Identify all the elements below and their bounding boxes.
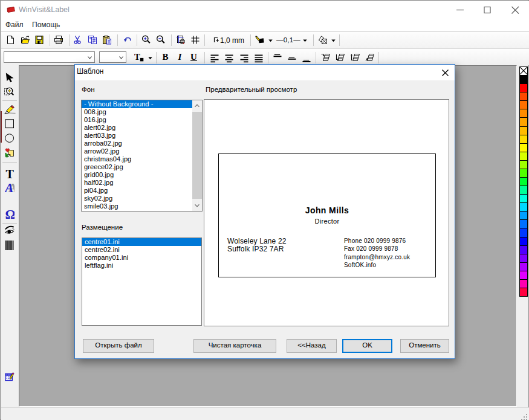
svg-text:T: T [6,169,15,179]
svg-text:A: A [5,181,13,193]
svg-text:T: T [134,53,140,62]
svg-text:Ω: Ω [5,208,15,221]
